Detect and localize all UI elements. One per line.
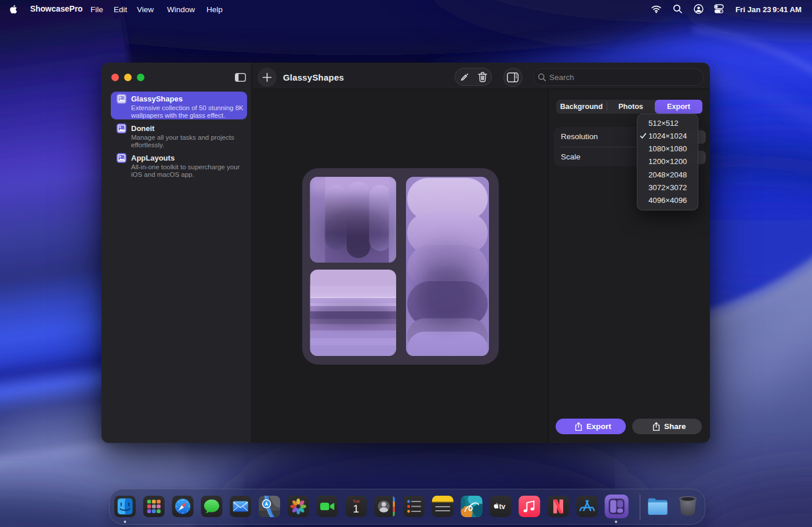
svg-text:tv: tv [499, 503, 506, 511]
svg-text:1: 1 [353, 503, 360, 515]
